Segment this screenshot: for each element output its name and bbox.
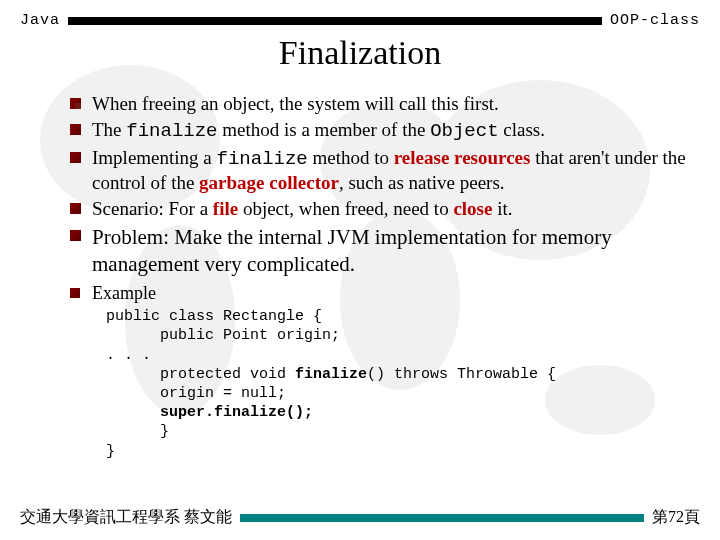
bullet-3-text: Implementing a finalize method to releas… — [92, 146, 692, 196]
footer-bar — [240, 514, 644, 522]
bullet-2-text: The finalize method is a member of the O… — [92, 118, 692, 143]
footer-left: 交通大學資訊工程學系 蔡文能 — [20, 507, 232, 528]
bullet-1: When freeing an object, the system will … — [70, 92, 692, 116]
bullet-icon — [70, 282, 92, 298]
bullet-6-text: Example — [92, 282, 692, 305]
bullet-2: The finalize method is a member of the O… — [70, 118, 692, 143]
bullet-icon — [70, 146, 92, 163]
bullet-4: Scenario: For a file object, when freed,… — [70, 197, 692, 221]
header-left: Java — [20, 12, 60, 29]
header-bar — [68, 17, 602, 25]
header: Java OOP-class — [20, 12, 700, 29]
bullet-icon — [70, 118, 92, 135]
bullet-3: Implementing a finalize method to releas… — [70, 146, 692, 196]
code-example: public class Rectangle { public Point or… — [106, 307, 692, 461]
content-area: When freeing an object, the system will … — [70, 92, 692, 461]
bullet-5: Problem: Make the internal JVM implement… — [70, 224, 692, 279]
slide-title: Finalization — [0, 34, 720, 72]
bullet-1-text: When freeing an object, the system will … — [92, 92, 692, 116]
bullet-icon — [70, 197, 92, 214]
bullet-6: Example — [70, 282, 692, 305]
footer-right: 第72頁 — [652, 507, 700, 528]
bullet-icon — [70, 92, 92, 109]
header-right: OOP-class — [610, 12, 700, 29]
bullet-4-text: Scenario: For a file object, when freed,… — [92, 197, 692, 221]
bullet-icon — [70, 224, 92, 241]
footer: 交通大學資訊工程學系 蔡文能 第72頁 — [20, 507, 700, 528]
bullet-5-text: Problem: Make the internal JVM implement… — [92, 224, 692, 279]
